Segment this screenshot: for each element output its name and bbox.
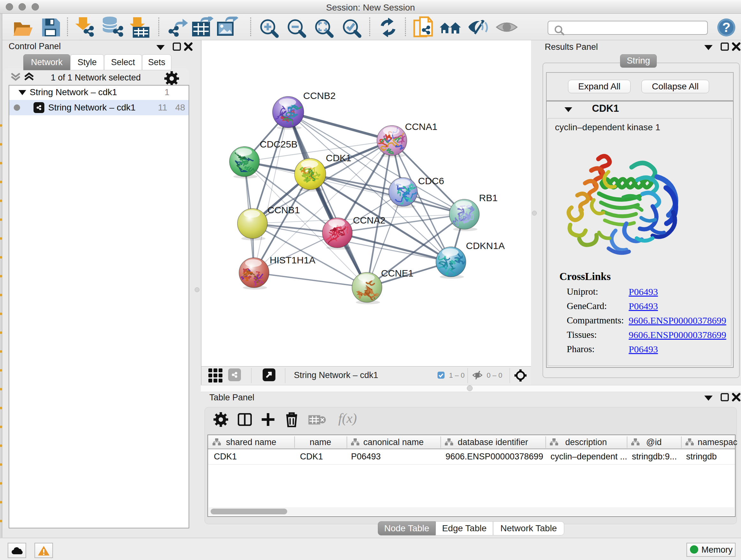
svg-text:HIST1H1A: HIST1H1A bbox=[270, 255, 315, 265]
svg-text:RB1: RB1 bbox=[479, 192, 497, 203]
svg-text:CCNB2: CCNB2 bbox=[303, 90, 336, 101]
svg-text:CCNE1: CCNE1 bbox=[381, 268, 414, 278]
svg-text:CCNA2: CCNA2 bbox=[353, 215, 386, 226]
svg-text:CCNA1: CCNA1 bbox=[405, 121, 437, 132]
svg-text:CCNB1: CCNB1 bbox=[267, 205, 300, 215]
svg-text:CDC6: CDC6 bbox=[418, 176, 444, 186]
svg-text:CDKN1A: CDKN1A bbox=[466, 240, 505, 251]
svg-text:CDK1: CDK1 bbox=[326, 152, 351, 163]
svg-text:?: ? bbox=[722, 20, 731, 35]
svg-text:CDC25B: CDC25B bbox=[260, 139, 297, 149]
